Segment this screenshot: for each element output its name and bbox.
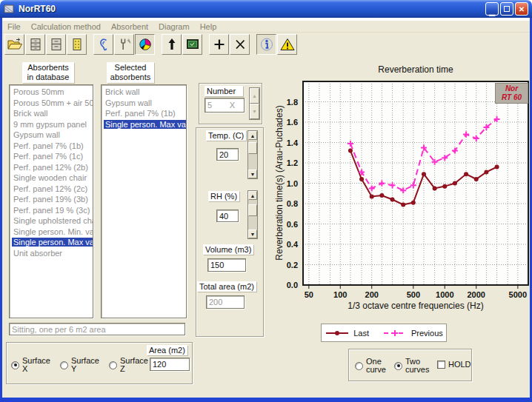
file-cabinet-button[interactable]	[25, 34, 45, 55]
menu-file[interactable]: File	[2, 21, 26, 32]
list-item[interactable]: Single person. Max value	[102, 119, 186, 130]
file-drawer-icon	[49, 37, 64, 52]
list-item[interactable]: Perf. panel 19 % (3c)	[10, 205, 93, 216]
surface-x-radio[interactable]: SurfaceX	[11, 357, 50, 373]
list-item[interactable]: Gypsum wall	[102, 98, 186, 109]
menu-absorbent[interactable]: Absorbent	[106, 21, 153, 32]
warning-button[interactable]	[277, 34, 297, 55]
menu-calculation-method[interactable]: Calculation method	[26, 21, 106, 32]
window-title: NorRT60	[19, 4, 56, 14]
two-curves-radio-circle[interactable]	[394, 362, 402, 370]
svg-text:2000: 2000	[467, 290, 485, 299]
number-input[interactable]: 5 X	[205, 98, 245, 113]
ear-icon	[96, 37, 111, 52]
probe-icon	[117, 37, 132, 52]
total-area-label: Total area (m2)	[197, 281, 256, 292]
list-item[interactable]: Single wooden chair	[10, 172, 93, 184]
chart-x-axis-label: 1/3 octave centre frequencies (Hz)	[303, 301, 528, 311]
rh-label: RH (%)	[208, 191, 239, 201]
panel-door-icon	[70, 37, 84, 52]
number-spin-down-button[interactable]: ▼	[250, 104, 259, 119]
legend-entry: Previous	[382, 329, 443, 338]
svg-text:0.0: 0.0	[287, 281, 298, 289]
panel-door-button[interactable]	[67, 34, 87, 55]
up-arrow-icon	[164, 37, 179, 52]
legend-entry: Last	[325, 329, 369, 338]
two-curves-radio[interactable]: Twocurves	[394, 358, 429, 374]
hold-checkbox[interactable]: HOLD	[437, 361, 471, 369]
list-item[interactable]: Brick wall	[102, 87, 186, 98]
temp-scroll-track[interactable]	[248, 140, 257, 170]
temp-scroll-thumb[interactable]	[248, 142, 257, 154]
close-button[interactable]: ✕	[515, 2, 528, 16]
list-item[interactable]: Perf. panel 19% (3b)	[10, 194, 93, 205]
list-item[interactable]: Brick wall	[10, 108, 93, 119]
absorbents-database-list[interactable]: Porous 50mmPorous 50mm + air 50mmBrick w…	[9, 84, 93, 318]
list-item[interactable]: Perf. panel 7% (1b)	[102, 108, 186, 119]
surface-x-radio-circle[interactable]	[11, 361, 19, 369]
up-arrow-button[interactable]	[162, 34, 182, 55]
norrt60-badge: Nor RT 60	[495, 83, 528, 104]
one-curve-radio[interactable]: Onecurve	[355, 358, 386, 374]
monitor-button[interactable]	[182, 34, 202, 55]
plus-button[interactable]	[209, 34, 229, 55]
list-item[interactable]: Single person. Max value	[10, 237, 93, 248]
selected-absorbents-list[interactable]: Brick wallGypsum wallPerf. panel 7% (1b)…	[101, 84, 187, 318]
temp-input[interactable]: 20	[216, 148, 239, 161]
list-item[interactable]: 9 mm gypsum panel	[10, 119, 93, 130]
svg-text:5000: 5000	[509, 290, 527, 299]
temp-scrollbar: ▲ ▼	[247, 130, 258, 179]
list-item[interactable]: Perf. panel 7% (1c)	[10, 151, 93, 162]
delete-x-button[interactable]	[230, 34, 250, 55]
info-button[interactable]	[256, 34, 276, 55]
surface-z-radio-circle[interactable]	[109, 361, 117, 369]
svg-text:50: 50	[305, 290, 313, 299]
hold-checkbox-box[interactable]	[437, 361, 445, 369]
rh-scroll-track[interactable]	[248, 200, 257, 230]
title-bar[interactable]: NorRT60 ▁ ✕	[0, 0, 532, 18]
rh-scroll-thumb[interactable]	[248, 204, 257, 216]
surface-y-radio-circle[interactable]	[60, 361, 68, 369]
total-area-input[interactable]: 200	[206, 295, 245, 309]
rh-scroll-up-button[interactable]: ▲	[248, 191, 257, 200]
temp-scroll-up-button[interactable]: ▲	[248, 131, 257, 140]
app-window: NorRT60 ▁ ✕ FileCalculation methodAbsorb…	[0, 0, 532, 402]
rh-scroll-down-button[interactable]: ▼	[248, 230, 257, 238]
area-input[interactable]: 120	[150, 358, 190, 371]
chart-legend: LastPrevious	[321, 324, 447, 342]
svg-text:500: 500	[407, 290, 420, 299]
volume-input[interactable]: 150	[207, 258, 246, 272]
number-label: Number	[205, 86, 243, 96]
probe-button[interactable]	[114, 34, 134, 55]
list-item[interactable]: Unit absorber	[10, 248, 93, 259]
monitor-icon	[185, 37, 200, 52]
list-item[interactable]: Perf. panel 7% (1b)	[10, 141, 93, 152]
ear-button[interactable]	[93, 34, 113, 55]
one-curve-radio-circle[interactable]	[355, 362, 363, 370]
minimize-button[interactable]: ▁	[485, 2, 499, 16]
list-item[interactable]: Perf. panel 12% (2c)	[10, 184, 93, 195]
number-spin-up-button[interactable]: ▲	[250, 88, 259, 104]
menu-help[interactable]: Help	[195, 21, 222, 32]
pie-chart-button[interactable]	[135, 34, 155, 55]
list-item[interactable]: Gypsum wall	[10, 130, 93, 141]
temp-scroll-down-button[interactable]: ▼	[248, 170, 257, 178]
rh-input[interactable]: 40	[216, 210, 239, 222]
list-item[interactable]: Single upholstered chair	[10, 215, 93, 227]
window-border-bottom[interactable]	[0, 398, 532, 402]
list-item[interactable]: Single person. Min. value	[10, 227, 93, 238]
svg-text:1.6: 1.6	[287, 118, 298, 127]
absorbent-note-field[interactable]: Sitting, one per 6 m2 area	[9, 323, 185, 335]
list-item[interactable]: Perf. panel 12% (2b)	[10, 162, 93, 173]
list-item[interactable]: Porous 50mm + air 50mm	[10, 98, 93, 109]
file-drawer-button[interactable]	[46, 34, 66, 55]
rh-scrollbar: ▲ ▼	[247, 190, 258, 239]
maximize-button[interactable]	[500, 2, 513, 16]
surface-y-radio[interactable]: SurfaceY	[60, 357, 99, 373]
surface-z-radio[interactable]: SurfaceZ	[109, 357, 148, 373]
open-folder-button[interactable]	[4, 34, 24, 55]
svg-text:100: 100	[333, 290, 347, 299]
db-list-title: Absorbents in database	[22, 62, 74, 83]
menu-diagram[interactable]: Diagram	[153, 21, 195, 32]
list-item[interactable]: Porous 50mm	[10, 87, 93, 98]
